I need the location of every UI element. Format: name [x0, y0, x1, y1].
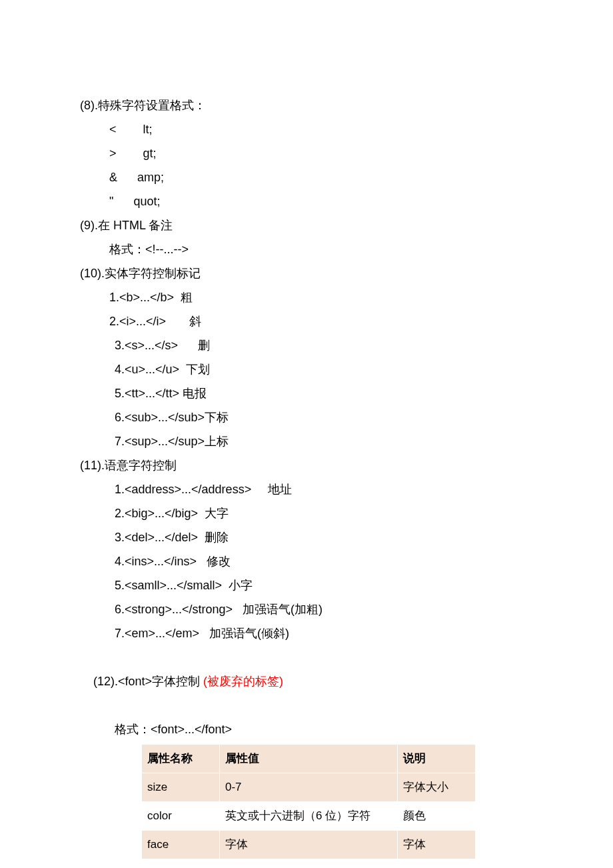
table-cell: color: [142, 802, 220, 831]
table-header: 属性名称: [142, 745, 220, 773]
table-row: face 字体 字体: [142, 831, 476, 859]
list-item: 6.<strong>...</strong> 加强语气(加粗): [80, 597, 533, 621]
list-item: 6.<sub>...</sub>下标: [80, 405, 533, 429]
section-13-title: (13).格式化: [80, 862, 533, 868]
list-item: > gt;: [80, 141, 533, 165]
list-item: 5.<samll>...</small> 小字: [80, 573, 533, 597]
table-cell: face: [142, 831, 220, 859]
font-attributes-table: 属性名称 属性值 说明 size 0-7 字体大小 color 英文或十六进制（…: [141, 744, 476, 859]
document-page: (8).特殊字符设置格式： < lt; > gt; & amp; " quot;…: [0, 0, 613, 868]
list-item: 1.<b>...</b> 粗: [80, 285, 533, 309]
section-12-format: 格式：<font>...</font>: [80, 717, 533, 741]
section-10-title: (10).实体字符控制标记: [80, 261, 533, 285]
list-item: 2.<big>...</big> 大字: [80, 501, 533, 525]
list-item: 4.<u>...</u> 下划: [80, 357, 533, 381]
list-item: 3.<s>...</s> 删: [80, 333, 533, 357]
table-cell: size: [142, 773, 220, 802]
list-item: 2.<i>...</i> 斜: [80, 309, 533, 333]
list-item: 5.<tt>...</tt> 电报: [80, 381, 533, 405]
list-item: 7.<sup>...</sup>上标: [80, 429, 533, 453]
section-11-title: (11).语意字符控制: [80, 453, 533, 477]
table-cell: 字体: [220, 831, 398, 859]
table-cell: 字体: [398, 831, 476, 859]
section-9-title: (9).在 HTML 备注: [80, 213, 533, 237]
table-cell: 0-7: [220, 773, 398, 802]
table-header: 属性值: [220, 745, 398, 773]
list-item: 3.<del>...</del> 删除: [80, 525, 533, 549]
table-cell: 英文或十六进制（6 位）字符: [220, 802, 398, 831]
table-cell: 颜色: [398, 802, 476, 831]
section-12-title-plain: (12).<font>字体控制: [93, 675, 203, 688]
list-item: " quot;: [80, 189, 533, 213]
table-cell: 字体大小: [398, 773, 476, 802]
list-item: 4.<ins>...</ins> 修改: [80, 549, 533, 573]
section-8-title: (8).特殊字符设置格式：: [80, 93, 533, 117]
list-item: < lt;: [80, 117, 533, 141]
list-item: 1.<address>...</address> 地址: [80, 477, 533, 501]
section-9-body: 格式：<!--...-->: [80, 237, 533, 261]
list-item: & amp;: [80, 165, 533, 189]
section-12-title: (12).<font>字体控制 (被废弃的标签): [80, 645, 533, 717]
list-item: 7.<em>...</em> 加强语气(倾斜): [80, 621, 533, 645]
table-header: 说明: [398, 745, 476, 773]
section-12-deprecated-note: (被废弃的标签): [203, 675, 283, 688]
table-row: size 0-7 字体大小: [142, 773, 476, 802]
table-row: color 英文或十六进制（6 位）字符 颜色: [142, 802, 476, 831]
